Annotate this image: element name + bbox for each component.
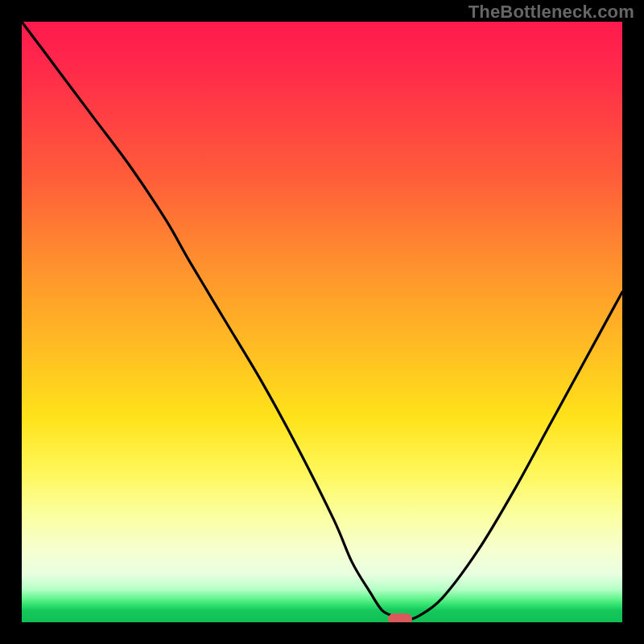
bottleneck-curve [22, 22, 622, 622]
watermark-text: TheBottleneck.com [469, 2, 634, 23]
optimum-marker [388, 613, 412, 622]
plot-area [22, 22, 622, 622]
chart-frame: TheBottleneck.com [0, 0, 644, 644]
